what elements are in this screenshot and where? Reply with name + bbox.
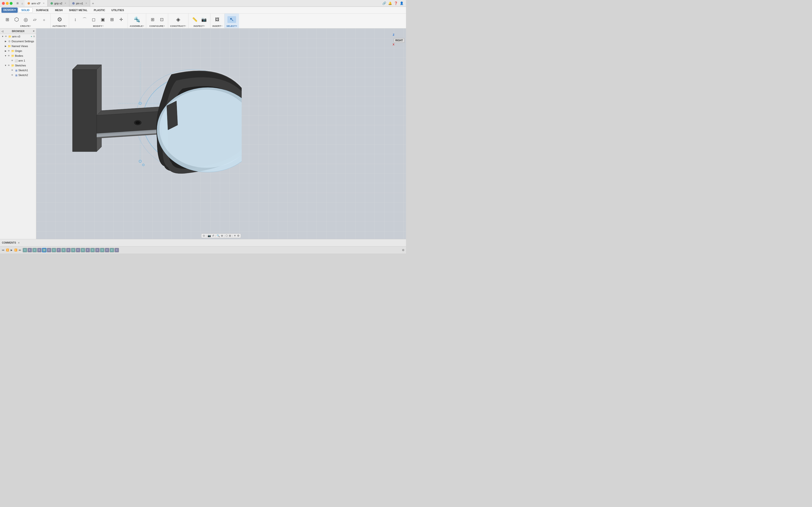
assemble-button[interactable]: 🔩 bbox=[132, 16, 142, 23]
construct-label[interactable]: CONSTRUCT ▾ bbox=[170, 25, 186, 28]
comments-close-button[interactable]: × bbox=[18, 241, 19, 244]
timeline-item-t18[interactable]: E bbox=[105, 248, 109, 252]
maximize-window-button[interactable] bbox=[10, 2, 12, 5]
construct-button[interactable]: ◈ bbox=[174, 16, 183, 23]
timeline-item-t14[interactable]: E bbox=[86, 248, 90, 252]
viewport-camera-button[interactable]: 📷 bbox=[208, 234, 211, 237]
automate-button[interactable]: ⚙ bbox=[55, 16, 64, 23]
nav-home-button[interactable]: ⌂ bbox=[20, 0, 24, 6]
combine-button[interactable]: ⊞ bbox=[108, 17, 116, 22]
viewport-grid-button[interactable]: ⊞ bbox=[229, 234, 231, 237]
viewport[interactable]: Z X RIGHT bbox=[36, 29, 406, 239]
tab-pin-v1[interactable]: pin v1 × bbox=[69, 0, 90, 6]
configure-button-2[interactable]: ⊡ bbox=[157, 17, 166, 22]
configure-label[interactable]: CONFIGURE ▾ bbox=[149, 25, 165, 28]
eye-sketch2[interactable]: 👁 bbox=[11, 74, 14, 76]
expand-named-views[interactable]: ▶ bbox=[4, 44, 7, 48]
add-tab-button[interactable]: + bbox=[90, 0, 96, 6]
eye-sketches[interactable]: 👁 bbox=[8, 64, 11, 67]
timeline-item-t6[interactable]: E bbox=[47, 248, 51, 252]
eye-arm1[interactable]: 👁 bbox=[11, 59, 14, 62]
help-icon[interactable]: ❓ bbox=[394, 1, 398, 5]
tree-item-origin[interactable]: ▶ 👁 📁 Origin bbox=[0, 49, 36, 53]
create-label[interactable]: CREATE ▾ bbox=[20, 25, 31, 28]
timeline-next-button[interactable]: ⏩ bbox=[14, 248, 18, 251]
press-pull-button[interactable]: ↕ bbox=[71, 17, 80, 22]
tab-utilities[interactable]: UTILITIES bbox=[108, 7, 127, 13]
eye-sketch1[interactable]: 👁 bbox=[11, 69, 14, 71]
tree-item-arm-v3[interactable]: ▼ 👁 📁 arm v3 ● ⚙ bbox=[0, 34, 36, 39]
inspect-label[interactable]: INSPECT ▾ bbox=[194, 25, 205, 28]
viewport-zoom-in-button[interactable]: ⊕ bbox=[221, 234, 223, 237]
chamfer-button[interactable]: ◻ bbox=[89, 17, 98, 22]
tree-item-bodies[interactable]: ▼ 👁 📁 Bodies bbox=[0, 53, 36, 58]
timeline-item-t11[interactable]: S bbox=[71, 248, 75, 252]
timeline-play-button[interactable]: ▶ bbox=[10, 248, 13, 251]
tab-sheet-metal[interactable]: SHEET METAL bbox=[66, 7, 90, 13]
minimize-window-button[interactable] bbox=[6, 2, 9, 5]
tab-surface[interactable]: SURFACE bbox=[33, 7, 52, 13]
expand-arm-v3[interactable]: ▼ bbox=[1, 35, 4, 38]
timeline-item-t8[interactable]: F bbox=[57, 248, 61, 252]
fillet-button[interactable]: ⌒ bbox=[80, 17, 89, 22]
tab-mesh[interactable]: MESH bbox=[52, 7, 65, 13]
timeline-item-t12[interactable]: E bbox=[76, 248, 80, 252]
arm-settings-icon[interactable]: ⚙ bbox=[33, 35, 35, 38]
browser-collapse-button[interactable]: ◁ bbox=[1, 30, 3, 33]
timeline-item-t4[interactable]: E bbox=[37, 248, 42, 252]
viewport-display-button[interactable]: ⊙ bbox=[203, 234, 205, 237]
timeline-item-t13[interactable]: S bbox=[81, 248, 85, 252]
tab-solid[interactable]: SOLID bbox=[18, 7, 33, 13]
assemble-label[interactable]: ASSEMBLE ▾ bbox=[130, 25, 144, 28]
viewport-settings-button[interactable]: ⚙ bbox=[237, 234, 240, 237]
timeline-item-t20[interactable]: S bbox=[114, 248, 119, 252]
timeline-item-t15[interactable]: S bbox=[90, 248, 95, 252]
timeline-item-t9[interactable]: S bbox=[61, 248, 66, 252]
revolve-button[interactable]: ◎ bbox=[21, 16, 30, 23]
tab-arm-v3[interactable]: arm v3* × bbox=[24, 0, 48, 6]
timeline-item-t3[interactable]: S bbox=[33, 248, 37, 252]
sweep-button[interactable]: ▱ bbox=[31, 17, 39, 22]
timeline-prev-button[interactable]: ⏪ bbox=[6, 248, 9, 251]
timeline-item-t17[interactable]: S bbox=[100, 248, 104, 252]
extrude-button[interactable]: ⬡ bbox=[12, 16, 21, 23]
insert-button[interactable]: 🖼 bbox=[213, 17, 221, 22]
tree-item-sketches[interactable]: ▼ 👁 📁 Sketches bbox=[0, 63, 36, 68]
modify-label[interactable]: MODIFY ▾ bbox=[93, 25, 104, 28]
viewport-environment-button[interactable]: ☀ bbox=[234, 234, 236, 237]
tree-item-doc-settings[interactable]: ▶ ⚙ Document Settings bbox=[0, 39, 36, 44]
eye-bodies[interactable]: 👁 bbox=[8, 55, 11, 57]
inspect-button-1[interactable]: 📏 bbox=[191, 17, 199, 22]
select-button[interactable]: ↖ bbox=[227, 16, 236, 23]
tab-close-grip[interactable]: × bbox=[65, 2, 66, 5]
tab-grip-v2[interactable]: grip v2 × bbox=[48, 0, 69, 6]
tree-item-sketch2[interactable]: ▶ 👁 ▦ Sketch2 bbox=[0, 73, 36, 77]
timeline-item-t19[interactable]: E bbox=[110, 248, 114, 252]
loft-button[interactable]: ⬦ bbox=[40, 17, 48, 22]
timeline-item-t10[interactable]: E bbox=[66, 248, 70, 252]
expand-origin[interactable]: ▶ bbox=[4, 49, 7, 53]
browser-close-button[interactable]: × bbox=[33, 30, 35, 33]
move-button[interactable]: ✛ bbox=[117, 17, 126, 22]
view-label[interactable]: RIGHT bbox=[394, 38, 405, 43]
tab-close-arm[interactable]: × bbox=[43, 2, 45, 5]
new-component-button[interactable]: ⊞ bbox=[3, 17, 12, 22]
insert-label[interactable]: INSERT ▾ bbox=[212, 25, 222, 28]
timeline-item-t5[interactable]: S bbox=[42, 248, 46, 252]
inspect-button-2[interactable]: 📷 bbox=[200, 17, 208, 22]
select-label[interactable]: SELECT ▾ bbox=[226, 25, 237, 28]
eye-origin[interactable]: 👁 bbox=[8, 50, 11, 52]
tree-item-named-views[interactable]: ▶ 📁 Named Views bbox=[0, 44, 36, 49]
expand-bodies[interactable]: ▼ bbox=[4, 54, 7, 57]
viewport-orbit-button[interactable]: ↺ bbox=[212, 234, 214, 237]
notification-icon[interactable]: 🔔 bbox=[388, 1, 392, 5]
configure-button-1[interactable]: ⊞ bbox=[148, 17, 157, 22]
timeline-item-t2[interactable]: E bbox=[28, 248, 32, 252]
automate-label[interactable]: AUTOMATE ▾ bbox=[52, 25, 67, 28]
timeline-end-button[interactable]: ⏭ bbox=[18, 248, 22, 251]
timeline-item-t1[interactable]: S bbox=[23, 248, 27, 252]
timeline-settings-button[interactable]: ⚙ bbox=[402, 248, 405, 252]
nav-back-button[interactable]: ⊞ bbox=[15, 0, 20, 6]
close-window-button[interactable] bbox=[2, 2, 5, 5]
viewport-display-mode-button[interactable]: ⬡ bbox=[225, 234, 228, 237]
